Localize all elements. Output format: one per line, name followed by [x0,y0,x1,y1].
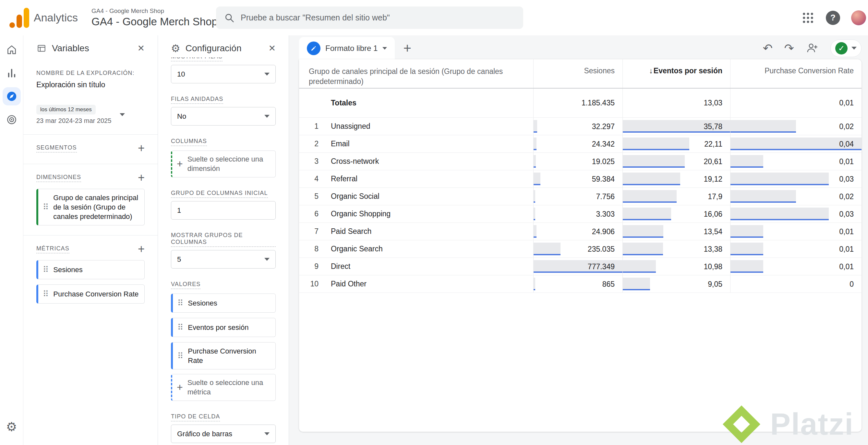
column-header-purchase-conversion-rate[interactable]: Purchase Conversion Rate [730,59,862,88]
user-avatar[interactable] [851,10,866,25]
drag-handle-icon[interactable]: ⠿ [43,289,49,299]
add-sheet-tab-button[interactable]: + [403,40,411,56]
metric-chip-purchase-conversion-rate[interactable]: ⠿ Purchase Conversion Rate [36,284,145,304]
table-row[interactable]: 10Paid Other8659,050 [299,275,862,293]
values-dropzone[interactable]: + Suelte o seleccione una métrica [171,374,276,401]
check-icon: ✓ [835,42,847,55]
add-segment-button[interactable]: + [138,142,145,154]
row-channel: Paid Other [331,280,367,288]
bar-chart-fill [623,172,680,185]
table-row[interactable]: 2Email24.34222,110,04 [299,135,862,153]
metric-cell: 0,02 [730,118,862,135]
metric-cell: 0,02 [730,188,862,205]
metric-cell: 13,54 [622,223,730,240]
settings-panel-title: Configuración [186,43,264,54]
bar-chart-fill [534,137,536,150]
value-chip-sesiones[interactable]: ⠿ Sesiones [171,293,276,313]
table-header-row: Grupo de canales principal de la sesión … [299,59,862,89]
sheet-tabstrip: Formato libre 1 + ↶ ↷ ✓ [299,37,862,59]
table-row[interactable]: 7Paid Search24.90613,540,01 [299,223,862,240]
totals-row: Totales 1.185.435 13,03 0,01 [299,89,862,118]
nav-reports-icon[interactable] [3,64,21,82]
nested-rows-select[interactable]: No [171,107,276,126]
search-input[interactable] [241,13,516,22]
data-quality-button[interactable]: ✓ [830,39,862,57]
metric-cell: 865 [533,275,622,292]
bar-chart-fill [623,225,663,238]
drag-handle-icon[interactable]: ⠿ [178,298,183,309]
tab-menu-caret-icon [382,47,387,50]
redo-icon[interactable]: ↷ [784,42,794,54]
column-header-eventos-por-sesion[interactable]: ↓Eventos por sesión [622,59,730,88]
nav-admin-gear-icon[interactable]: ⚙ [3,418,21,436]
settings-close-icon[interactable]: ✕ [268,43,276,54]
date-range-picker[interactable]: los últimos 12 meses 23 mar 2024-23 mar … [36,105,145,125]
table-row[interactable]: 6Organic Shopping3.30316,060,03 [299,205,862,223]
dimensions-label: DIMENSIONES [36,174,81,182]
metric-value: 32.297 [592,122,615,131]
variables-close-icon[interactable]: ✕ [137,43,145,54]
undo-icon[interactable]: ↶ [763,42,773,54]
metric-chip-sesiones[interactable]: ⠿ Sesiones [36,260,145,279]
logo-tall-bar [24,8,29,28]
google-analytics-logo-icon[interactable] [9,8,29,28]
date-caret-icon [120,113,125,116]
nav-home-icon[interactable] [3,40,21,59]
metric-cell: 0,01 [730,153,862,170]
table-row[interactable]: 5Organic Social7.75617,90,02 [299,188,862,205]
value-chip-label: Sesiones [188,298,217,308]
bar-chart-fill [623,190,677,203]
show-rows-select[interactable]: 10 [171,65,276,83]
column-header-sesiones[interactable]: Sesiones [533,59,622,88]
values-label: VALORES [171,281,200,289]
metric-value: 0,01 [839,262,854,271]
bar-chart-fill [623,243,663,255]
metric-value: 0,03 [839,210,854,218]
initial-column-group-input[interactable]: 1 [171,201,276,220]
drag-handle-icon[interactable]: ⠿ [43,202,49,213]
drag-handle-icon[interactable]: ⠿ [178,322,183,333]
drag-handle-icon[interactable]: ⠿ [178,351,183,361]
apps-grid-icon[interactable] [801,11,815,25]
nav-advertising-icon[interactable] [3,110,21,129]
drag-handle-icon[interactable]: ⠿ [43,264,49,275]
row-rank: 8 [299,245,318,253]
initial-column-group-label: GRUPO DE COLUMNAS INICIAL [171,190,268,198]
metric-cell: 32.297 [533,118,622,135]
divider [23,235,158,235]
values-dropzone-text: Suelte o seleccione una métrica [187,378,271,397]
value-chip-eventos-por-sesion[interactable]: ⠿ Eventos por sesión [171,318,276,337]
value-chip-purchase-conversion-rate[interactable]: ⠿ Purchase Conversion Rate [171,342,276,370]
table-row[interactable]: 3Cross-network19.02520,610,01 [299,153,862,170]
metric-cell: 0 [730,275,862,292]
search-bar[interactable] [216,6,523,29]
add-metric-button[interactable]: + [138,243,145,255]
metric-cell: 24.342 [533,135,622,153]
property-switcher[interactable]: GA4 - Google Merch Shop GA4 - Google Mer… [91,7,218,28]
exploration-name-value[interactable]: Exploración sin título [36,81,145,89]
nav-explore-icon[interactable] [3,87,21,105]
dimension-column-header[interactable]: Grupo de canales principal de la sesión … [299,59,533,88]
totals-sesiones: 1.185.435 [533,89,622,118]
add-dimension-button[interactable]: + [138,172,145,184]
show-column-groups-select[interactable]: 5 [171,250,276,268]
table-row[interactable]: 8Organic Search235.03513,380,01 [299,240,862,258]
columns-dropzone[interactable]: + Suelte o seleccione una dimensión [171,151,276,178]
bar-chart-fill [731,208,829,220]
sort-desc-arrow-icon: ↓ [649,66,653,75]
left-nav-rail: ⚙ [0,35,23,445]
help-icon[interactable]: ? [826,11,840,25]
bar-chart-fill [623,155,685,168]
tab-formato-libre-1[interactable]: Formato libre 1 [299,37,395,59]
metric-chip-label: Sesiones [53,265,83,275]
metric-value: 777.349 [588,262,615,271]
nested-rows-label: FILAS ANIDADAS [171,96,223,104]
cell-type-select[interactable]: Gráfico de barras [171,424,276,443]
dimension-chip[interactable]: ⠿ Grupo de canales principal de la sesió… [36,189,145,225]
table-row[interactable]: 1Unassigned32.29735,780,02 [299,118,862,135]
share-user-icon[interactable] [806,42,819,55]
row-channel: Organic Search [331,245,383,253]
table-row[interactable]: 9Direct777.34910,980,01 [299,258,862,275]
table-row[interactable]: 4Referral59.38419,120,03 [299,170,862,188]
metric-cell: 9,05 [622,275,730,292]
